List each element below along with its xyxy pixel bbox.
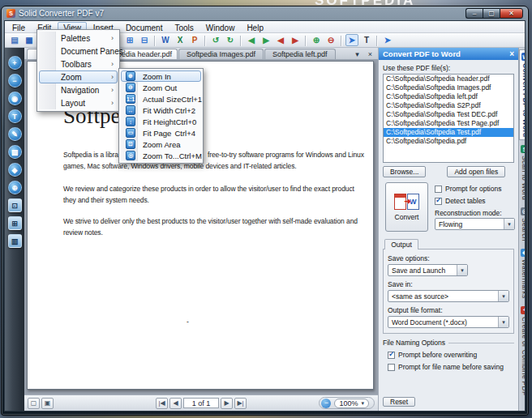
bookmarks-icon[interactable]: ⊟	[138, 34, 151, 46]
open-file-icon[interactable]: ▤	[8, 34, 21, 46]
output-format-dropdown[interactable]: Word Document (*.docx) ▾	[388, 316, 509, 328]
title-bar[interactable]: S Solid Converter PDF v7 – ▢ ✕	[4, 6, 526, 20]
chevron-down-icon[interactable]: ▾	[498, 291, 508, 301]
select-tool-icon[interactable]: ➤	[345, 34, 358, 46]
detect-tables-checkbox[interactable]: Detect tables	[435, 197, 486, 205]
move-page-forward-icon[interactable]: ▶	[289, 34, 302, 46]
checkbox-icon[interactable]	[388, 352, 395, 359]
zoom-out-icon[interactable]: −	[321, 399, 331, 408]
zoom-menu-zoom-out[interactable]: ⊖ Zoom Out	[121, 82, 201, 93]
next-view-icon[interactable]: ▶	[260, 34, 272, 46]
checkbox-icon[interactable]	[435, 186, 442, 193]
thumbnail-view-icon[interactable]: ⊞	[8, 216, 22, 230]
insert-pages-icon[interactable]: ⊕	[310, 34, 323, 46]
menu-window[interactable]: Window	[200, 22, 241, 32]
note-tool-icon[interactable]: ▤	[8, 145, 22, 159]
hand-tool-icon[interactable]: ➤	[381, 34, 394, 46]
page-layout-icon[interactable]: ▥	[8, 234, 22, 248]
pdf-file-item[interactable]: C:\Softpedia\Softpedia header.pdf	[384, 75, 513, 83]
tab-softpedia-images[interactable]: Softpedia Images.pdf	[178, 49, 264, 59]
side-tab-scan-to-word[interactable]: S Scan to Word	[519, 143, 526, 203]
close-button[interactable]: ✕	[500, 8, 523, 19]
move-page-back-icon[interactable]: ◀	[274, 34, 287, 46]
attach-tool-icon[interactable]: ⊕	[8, 181, 22, 194]
zoom-menu-actual-size[interactable]: 1:1 Actual Size Ctrl+1	[121, 93, 201, 104]
single-page-view-button[interactable]: ▢	[28, 398, 40, 409]
next-page-button[interactable]: ▶	[221, 398, 233, 409]
tab-softpedia-left[interactable]: Softpedia left.pdf	[264, 49, 336, 59]
pdf-file-item[interactable]: C:\Softpedia\Softpedia Test Page.pdf	[384, 119, 513, 128]
save-in-dropdown[interactable]: <same as source> ▾	[388, 290, 509, 302]
view-menu-zoom[interactable]: Zoom ›	[39, 70, 118, 83]
text-tool-icon[interactable]: T	[360, 34, 373, 46]
maximize-button[interactable]: ▢	[483, 8, 500, 19]
view-menu-layout[interactable]: Layout ›	[39, 96, 118, 109]
chevron-down-icon[interactable]: ▾	[504, 219, 514, 229]
pdf-file-item[interactable]: C:\Softpedia\Softpedia S2P.pdf	[384, 101, 513, 110]
convert-to-word-icon[interactable]: W	[159, 34, 172, 46]
view-menu-palettes[interactable]: Palettes ›	[39, 32, 118, 45]
pdf-file-item[interactable]: C:\Softpedia\Softpedia left.pdf	[384, 92, 513, 101]
rotate-right-icon[interactable]: ↻	[224, 34, 237, 46]
view-menu-toolbars[interactable]: Toolbars ›	[39, 58, 118, 70]
close-document-icon[interactable]: ×	[365, 49, 375, 59]
minimize-button[interactable]: –	[466, 8, 483, 19]
reconstruction-mode-dropdown[interactable]: Flowing ▾	[435, 218, 515, 230]
previous-page-button[interactable]: ◀	[169, 398, 182, 409]
page-thumbnails-icon[interactable]: ⊞	[123, 34, 136, 46]
side-tab-search[interactable]: ◎ Search	[519, 205, 526, 244]
pencil-annotation-tool-icon[interactable]: ✎	[8, 127, 22, 141]
zoom-menu-zoom-in[interactable]: ⊕ Zoom In	[121, 70, 201, 82]
snapshot-tool-icon[interactable]: ◉	[8, 92, 22, 105]
convert-to-powerpoint-icon[interactable]: P	[188, 34, 201, 46]
panel-close-icon[interactable]: ×	[509, 50, 514, 58]
convert-to-excel-icon[interactable]: X	[174, 34, 187, 46]
zoom-in-tool-icon[interactable]: +	[8, 56, 22, 70]
pdf-file-item[interactable]: C:\Softpedia\Softpedia.pdf	[384, 137, 513, 146]
zoom-menu-zoom-to[interactable]: ◎ Zoom To... Ctrl+M	[121, 150, 201, 161]
menu-tools[interactable]: Tools	[169, 22, 199, 32]
pdf-file-item[interactable]: C:\Softpedia\Softpedia Test.pdf	[384, 128, 513, 137]
select-text-tool-icon[interactable]: T	[8, 109, 22, 123]
save-options-dropdown[interactable]: Save and Launch ▾	[388, 264, 468, 276]
side-tab-create-or-combine-pdf[interactable]: + Create or Combine PDF	[519, 304, 526, 398]
zoom-menu-fit-page[interactable]: ▭ Fit Page Ctrl+4	[121, 127, 201, 139]
menu-document[interactable]: Document	[120, 22, 169, 32]
previous-view-icon[interactable]: ◀	[245, 34, 258, 46]
convert-button[interactable]: ➜ W Convert	[385, 182, 428, 232]
reset-button[interactable]: Reset	[383, 397, 415, 407]
select-area-tool-icon[interactable]: ⊡	[8, 198, 22, 212]
zoom-menu-zoom-area[interactable]: ⊡ Zoom Area	[121, 139, 201, 150]
first-page-button[interactable]: |◀	[156, 398, 168, 409]
checkbox-icon[interactable]	[388, 364, 395, 371]
zoom-out-tool-icon[interactable]: −	[8, 74, 22, 87]
prompt-overwrite-checkbox[interactable]: Prompt before overwriting	[388, 351, 514, 359]
prompt-filename-checkbox[interactable]: Prompt for file name before saving	[388, 363, 514, 371]
last-page-button[interactable]: ▶|	[234, 398, 247, 409]
side-tab-watermarks[interactable]: ◈ Watermarks	[519, 246, 526, 301]
delete-pages-icon[interactable]: ⊖	[324, 34, 337, 46]
zoom-menu-fit-width[interactable]: ↔ Fit Width Ctrl+2	[121, 104, 201, 116]
view-menu-document-panes[interactable]: Document Panes ›	[39, 45, 118, 58]
stamp-tool-icon[interactable]: ◆	[8, 163, 22, 177]
tab-list-dropdown-icon[interactable]: ▾	[352, 49, 363, 59]
chevron-down-icon[interactable]: ▾	[457, 265, 467, 275]
save-file-icon[interactable]: ▦	[23, 34, 36, 46]
pdf-file-list[interactable]: C:\Softpedia\Softpedia header.pdfC:\Soft…	[383, 74, 514, 163]
zoom-menu-fit-height[interactable]: ↕ Fit Height Ctrl+0	[121, 116, 201, 127]
checkbox-icon[interactable]	[435, 198, 442, 205]
zoom-level-dropdown[interactable]: 100% ▾	[334, 399, 369, 408]
menu-file[interactable]: File	[6, 22, 31, 32]
pdf-file-item[interactable]: C:\Softpedia\Softpedia Images.pdf	[384, 83, 513, 92]
view-menu-navigation[interactable]: Navigation ›	[39, 83, 118, 96]
facing-pages-view-button[interactable]: ▣	[41, 398, 54, 409]
browse-button[interactable]: Browse...	[383, 166, 426, 177]
pdf-file-item[interactable]: C:\Softpedia\Softpedia Test DEC.pdf	[384, 110, 513, 119]
zoom-control[interactable]: − 100% ▾	[319, 397, 375, 409]
add-open-files-button[interactable]: Add open files	[447, 166, 505, 177]
rotate-left-icon[interactable]: ↺	[209, 34, 222, 46]
menu-help[interactable]: Help	[241, 22, 269, 32]
chevron-down-icon[interactable]: ▾	[498, 317, 508, 327]
side-tab-convert-pdf-to-word[interactable]: W Convert PDF to Word	[519, 49, 526, 140]
prompt-for-options-checkbox[interactable]: Prompt for options	[435, 185, 501, 193]
